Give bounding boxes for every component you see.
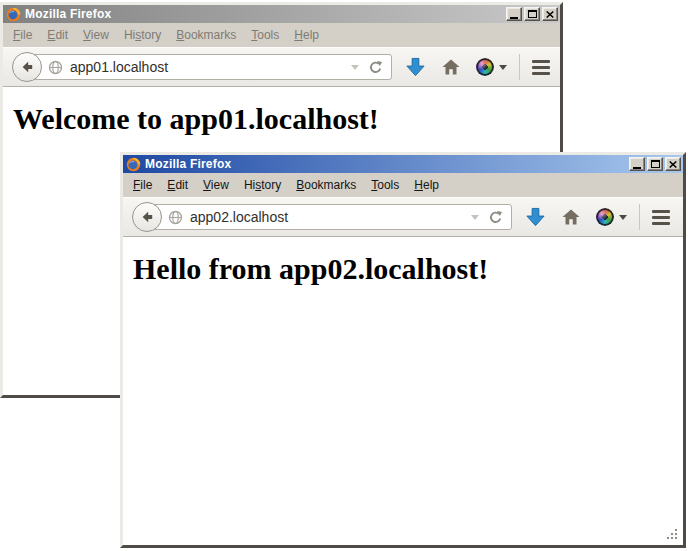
page-content: Hello from app02.localhost! [123, 237, 683, 545]
url-text[interactable]: app01.localhost [70, 59, 351, 75]
site-globe-icon [48, 60, 63, 75]
site-globe-icon [168, 210, 183, 225]
window-title: Mozilla Firefox [25, 7, 506, 21]
window-controls [506, 7, 558, 21]
menu-history[interactable]: History [244, 178, 281, 192]
hamburger-menu-button[interactable] [532, 60, 550, 75]
menu-history[interactable]: History [124, 28, 161, 42]
urlbar-dropdown-icon[interactable] [351, 65, 359, 70]
back-icon [19, 59, 35, 75]
menu-file[interactable]: File [13, 28, 32, 42]
window-controls [629, 157, 681, 171]
downloads-button[interactable] [525, 207, 546, 228]
menu-bar: File Edit View History Bookmarks Tools H… [3, 23, 560, 47]
menu-view[interactable]: View [83, 28, 109, 42]
dropdown-caret-icon [619, 215, 627, 220]
firefox-icon [126, 157, 141, 172]
maximize-button[interactable] [524, 7, 540, 21]
hamburger-menu-button[interactable] [652, 210, 670, 225]
navigation-toolbar: app01.localhost [3, 47, 560, 87]
firefox-icon [6, 7, 21, 22]
menu-edit[interactable]: Edit [167, 178, 188, 192]
menu-bookmarks[interactable]: Bookmarks [296, 178, 356, 192]
resize-grip[interactable] [667, 529, 681, 543]
maximize-icon [528, 10, 537, 18]
minimize-button[interactable] [629, 157, 645, 171]
menu-view[interactable]: View [203, 178, 229, 192]
maximize-button[interactable] [647, 157, 663, 171]
toolbar-separator [519, 54, 520, 80]
menu-tools[interactable]: Tools [251, 28, 279, 42]
navigation-toolbar: app02.localhost [123, 197, 683, 237]
window-title: Mozilla Firefox [145, 157, 629, 171]
url-bar[interactable]: app02.localhost [146, 204, 512, 230]
toolbar-separator [639, 204, 640, 230]
back-button[interactable] [12, 52, 42, 82]
close-button[interactable] [665, 157, 681, 171]
menu-help[interactable]: Help [414, 178, 439, 192]
menu-tools[interactable]: Tools [371, 178, 399, 192]
firefox-window-app02: Mozilla Firefox File Edit View History B… [120, 152, 686, 548]
url-text[interactable]: app02.localhost [190, 209, 471, 225]
maximize-icon [651, 160, 660, 168]
home-button[interactable] [441, 57, 461, 77]
dropdown-caret-icon [499, 65, 507, 70]
reload-button[interactable] [488, 210, 503, 225]
minimize-button[interactable] [506, 7, 522, 21]
minimize-icon [510, 17, 518, 19]
menu-help[interactable]: Help [294, 28, 319, 42]
color-wheel-button[interactable] [596, 208, 627, 226]
back-button[interactable] [132, 202, 162, 232]
page-heading: Hello from app02.localhost! [133, 252, 683, 286]
urlbar-dropdown-icon[interactable] [471, 215, 479, 220]
close-icon [546, 11, 554, 18]
menu-edit[interactable]: Edit [47, 28, 68, 42]
back-icon [139, 209, 155, 225]
titlebar[interactable]: Mozilla Firefox [3, 5, 560, 23]
color-wheel-icon [596, 208, 614, 226]
page-heading: Welcome to app01.localhost! [13, 102, 560, 136]
close-button[interactable] [542, 7, 558, 21]
url-bar[interactable]: app01.localhost [26, 54, 392, 80]
menu-bar: File Edit View History Bookmarks Tools H… [123, 173, 683, 197]
close-icon [669, 161, 677, 168]
minimize-icon [633, 167, 641, 169]
reload-button[interactable] [368, 60, 383, 75]
color-wheel-icon [476, 58, 494, 76]
downloads-button[interactable] [405, 57, 426, 78]
titlebar[interactable]: Mozilla Firefox [123, 155, 683, 173]
color-wheel-button[interactable] [476, 58, 507, 76]
menu-file[interactable]: File [133, 178, 152, 192]
home-button[interactable] [561, 207, 581, 227]
menu-bookmarks[interactable]: Bookmarks [176, 28, 236, 42]
